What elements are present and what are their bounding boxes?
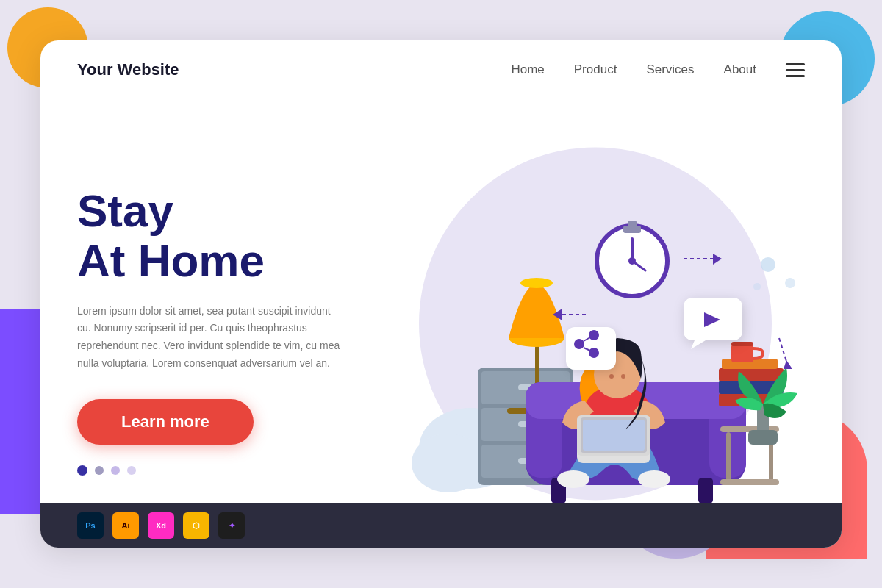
svg-rect-40 xyxy=(748,430,778,445)
svg-rect-32 xyxy=(720,479,779,485)
photoshop-badge[interactable]: Ps xyxy=(77,512,104,539)
learn-more-button[interactable]: Learn more xyxy=(77,399,254,445)
nav-about[interactable]: About xyxy=(724,62,756,77)
hamburger-line-1 xyxy=(786,63,805,65)
svg-rect-38 xyxy=(731,342,753,346)
nav-home[interactable]: Home xyxy=(511,62,544,77)
svg-rect-18 xyxy=(698,478,713,503)
svg-point-45 xyxy=(628,257,636,265)
dot-4[interactable] xyxy=(127,466,136,475)
hamburger-menu[interactable] xyxy=(786,63,805,77)
svg-rect-25 xyxy=(583,420,645,451)
illustrator-badge[interactable]: Ai xyxy=(112,512,139,539)
svg-rect-30 xyxy=(726,432,731,484)
nav-product[interactable]: Product xyxy=(574,62,617,77)
bottom-toolbar: Ps Ai Xd ⬡ ✦ xyxy=(40,503,842,548)
svg-rect-47 xyxy=(628,220,637,229)
dot-1[interactable] xyxy=(77,465,87,476)
dot-3[interactable] xyxy=(111,466,120,475)
nav-services[interactable]: Services xyxy=(646,62,694,77)
svg-point-28 xyxy=(621,374,625,379)
svg-point-1 xyxy=(412,434,485,492)
hamburger-line-2 xyxy=(786,69,805,71)
svg-rect-35 xyxy=(719,368,784,381)
hero-svg xyxy=(390,140,801,522)
sketch-badge[interactable]: ⬡ xyxy=(183,512,209,539)
hero-illustration xyxy=(386,114,805,548)
svg-point-20 xyxy=(557,470,589,488)
main-card: Your Website Home Product Services About… xyxy=(40,40,842,548)
site-logo: Your Website xyxy=(77,60,179,79)
svg-point-27 xyxy=(609,374,614,379)
svg-point-53 xyxy=(589,348,599,358)
hero-description: Lorem ipsum dolor sit amet, sea putant s… xyxy=(77,303,342,373)
figma-badge[interactable]: ✦ xyxy=(218,512,245,539)
svg-point-21 xyxy=(638,470,670,488)
hero-title: Stay At Home xyxy=(77,186,386,286)
svg-point-62 xyxy=(761,257,775,272)
carousel-dots xyxy=(77,465,386,476)
dot-2[interactable] xyxy=(95,466,104,475)
hamburger-line-3 xyxy=(786,75,805,77)
svg-rect-37 xyxy=(731,344,753,362)
navbar: Your Website Home Product Services About xyxy=(40,40,842,99)
svg-point-63 xyxy=(785,278,795,288)
nav-links: Home Product Services About xyxy=(511,62,805,77)
svg-point-64 xyxy=(753,283,761,290)
hero-section: Stay At Home Lorem ipsum dolor sit amet,… xyxy=(40,99,842,548)
hero-left: Stay At Home Lorem ipsum dolor sit amet,… xyxy=(77,186,386,476)
adobe-xd-badge[interactable]: Xd xyxy=(148,512,174,539)
svg-point-51 xyxy=(574,339,584,349)
svg-point-12 xyxy=(520,278,553,288)
svg-point-52 xyxy=(589,330,599,340)
